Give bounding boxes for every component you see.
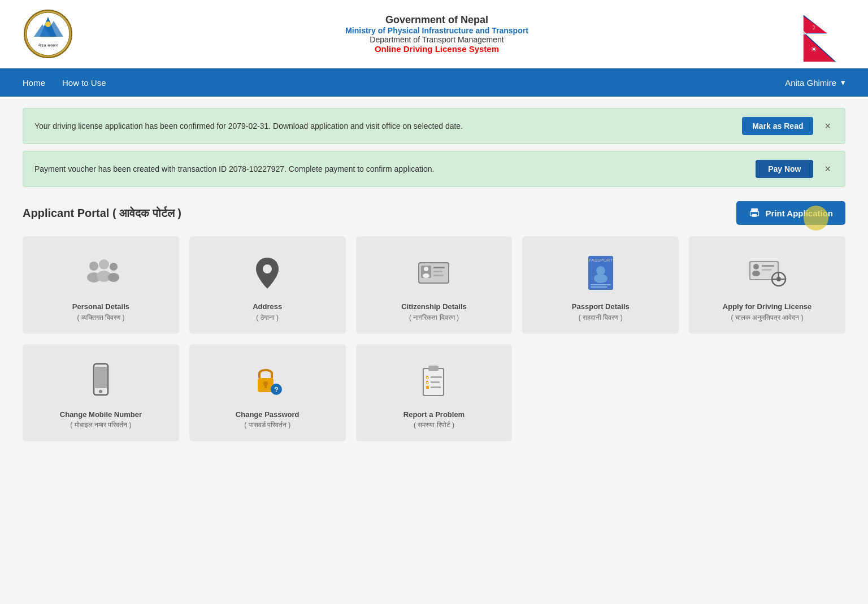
- card-report[interactable]: Report a Problem ( समस्या रिपोर्ट ): [356, 344, 513, 442]
- card-passport[interactable]: PASSPORT Passport Details ( राहदानी विवर…: [522, 236, 679, 334]
- card-citizenship-label: Citizenship Details ( नागरिकता विवरण ): [401, 301, 467, 323]
- passport-icon: PASSPORT: [581, 253, 620, 293]
- card-passport-label: Passport Details ( राहदानी विवरण ): [572, 301, 630, 323]
- empty-card-2: [689, 344, 845, 442]
- report-icon: [414, 361, 454, 401]
- dept-title: Department of Transport Management: [73, 35, 800, 44]
- citizenship-icon: [414, 253, 454, 293]
- svg-text:?: ?: [274, 386, 278, 394]
- svg-text:नेपाल सरकार: नेपाल सरकार: [38, 43, 58, 47]
- alert-payment-text: Payment voucher has been created with tr…: [34, 164, 744, 173]
- svg-rect-66: [431, 381, 440, 383]
- svg-text:☽: ☽: [810, 24, 815, 31]
- password-icon: ?: [248, 361, 287, 401]
- gov-emblem: नेपाल सरकार: [23, 8, 73, 59]
- svg-point-54: [99, 390, 102, 393]
- alert-confirmed: Your driving license application has bee…: [23, 108, 845, 144]
- dropdown-arrow-icon: ▾: [841, 77, 845, 88]
- svg-point-44: [752, 271, 760, 276]
- svg-rect-67: [426, 386, 429, 389]
- card-password-label: Change Password ( पासवर्ड परिवर्तन ): [236, 409, 300, 431]
- address-icon: [248, 253, 287, 293]
- svg-rect-18: [752, 214, 756, 217]
- svg-point-48: [776, 277, 781, 281]
- svg-rect-33: [433, 271, 442, 272]
- ministry-title: Ministry of Physical Infrastructure and …: [73, 26, 800, 35]
- pay-now-button[interactable]: Pay Now: [756, 160, 813, 178]
- alert-confirmed-actions: Mark as Read ×: [742, 117, 834, 135]
- navbar: Home How to Use Anita Ghimire ▾: [0, 68, 868, 97]
- alert-confirmed-close-button[interactable]: ×: [822, 120, 834, 132]
- print-application-button[interactable]: Print Application: [736, 201, 845, 225]
- alert-payment-close-button[interactable]: ×: [822, 163, 834, 175]
- mark-as-read-button[interactable]: Mark as Read: [742, 117, 813, 135]
- card-mobile[interactable]: Change Mobile Number ( मोबाइल नम्बर परिव…: [23, 344, 179, 442]
- svg-point-19: [757, 212, 758, 214]
- personal-details-icon: [81, 253, 120, 293]
- svg-rect-62: [428, 366, 439, 371]
- site-header: नेपाल सरकार Government of Nepal Ministry…: [0, 0, 868, 68]
- svg-text:PASSPORT: PASSPORT: [588, 258, 613, 263]
- svg-point-31: [423, 273, 429, 278]
- svg-rect-40: [591, 286, 607, 288]
- svg-point-22: [99, 259, 109, 270]
- svg-point-38: [594, 274, 607, 283]
- user-name-label: Anita Ghimire: [785, 78, 836, 88]
- card-address[interactable]: Address ( ठेगाना ): [189, 236, 346, 334]
- navbar-left: Home How to Use: [23, 70, 106, 95]
- portal-grid-row1: Personal Details ( व्यक्तिगत विवरण ) Add…: [23, 236, 845, 334]
- gov-title: Government of Nepal: [73, 14, 800, 26]
- svg-rect-45: [762, 265, 774, 267]
- svg-rect-16: [751, 208, 758, 212]
- svg-point-20: [89, 262, 98, 271]
- driving-license-icon: [748, 253, 787, 293]
- printer-icon: [749, 207, 760, 219]
- portal-header: Applicant Portal ( आवेदक पोर्टल ) Print …: [23, 201, 845, 225]
- system-title: Online Driving License System: [73, 44, 800, 54]
- svg-rect-64: [431, 376, 442, 378]
- svg-point-30: [424, 267, 428, 271]
- card-password[interactable]: ? Change Password ( पासवर्ड परिवर्तन ): [189, 344, 346, 442]
- svg-point-24: [110, 263, 118, 271]
- portal-grid-row2: Change Mobile Number ( मोबाइल नम्बर परिव…: [23, 344, 845, 442]
- card-driving-license-label: Apply for Driving License ( चालक अनुमतिप…: [723, 301, 811, 323]
- user-menu[interactable]: Anita Ghimire ▾: [785, 77, 845, 88]
- card-personal-details-label: Personal Details ( व्यक्तिगत विवरण ): [72, 301, 129, 323]
- main-content: Your driving license application has bee…: [0, 97, 868, 453]
- alert-payment: Payment voucher has been created with tr…: [23, 151, 845, 187]
- svg-rect-32: [433, 267, 445, 268]
- nav-how-to-use[interactable]: How to Use: [62, 70, 106, 95]
- alert-payment-actions: Pay Now ×: [756, 160, 834, 178]
- header-center: Government of Nepal Ministry of Physical…: [73, 14, 800, 54]
- card-address-label: Address ( ठेगाना ): [253, 301, 282, 323]
- portal-title: Applicant Portal ( आवेदक पोर्टल ): [23, 207, 181, 220]
- card-driving-license[interactable]: Apply for Driving License ( चालक अनुमतिप…: [689, 236, 845, 334]
- svg-point-26: [263, 264, 272, 273]
- svg-rect-57: [264, 385, 267, 388]
- nav-home[interactable]: Home: [23, 70, 45, 95]
- card-personal-details[interactable]: Personal Details ( व्यक्तिगत विवरण ): [23, 236, 179, 334]
- card-mobile-label: Change Mobile Number ( मोबाइल नम्बर परिव…: [60, 409, 142, 431]
- empty-card-1: [522, 344, 679, 442]
- svg-rect-39: [591, 284, 611, 285]
- svg-rect-53: [95, 367, 107, 388]
- svg-text:☀: ☀: [810, 45, 818, 54]
- nepal-flag: ☽ ☀: [800, 11, 845, 57]
- svg-rect-34: [433, 275, 444, 276]
- svg-rect-46: [762, 269, 772, 271]
- card-report-label: Report a Problem ( समस्या रिपोर्ट ): [403, 409, 465, 431]
- svg-rect-68: [431, 386, 441, 388]
- svg-point-43: [753, 264, 759, 270]
- cursor-highlight: [804, 206, 828, 231]
- svg-point-25: [108, 273, 119, 282]
- svg-point-37: [596, 266, 605, 275]
- svg-point-5: [45, 21, 51, 27]
- mobile-icon: [81, 361, 120, 401]
- card-citizenship[interactable]: Citizenship Details ( नागरिकता विवरण ): [356, 236, 513, 334]
- alert-confirmed-text: Your driving license application has bee…: [34, 121, 731, 131]
